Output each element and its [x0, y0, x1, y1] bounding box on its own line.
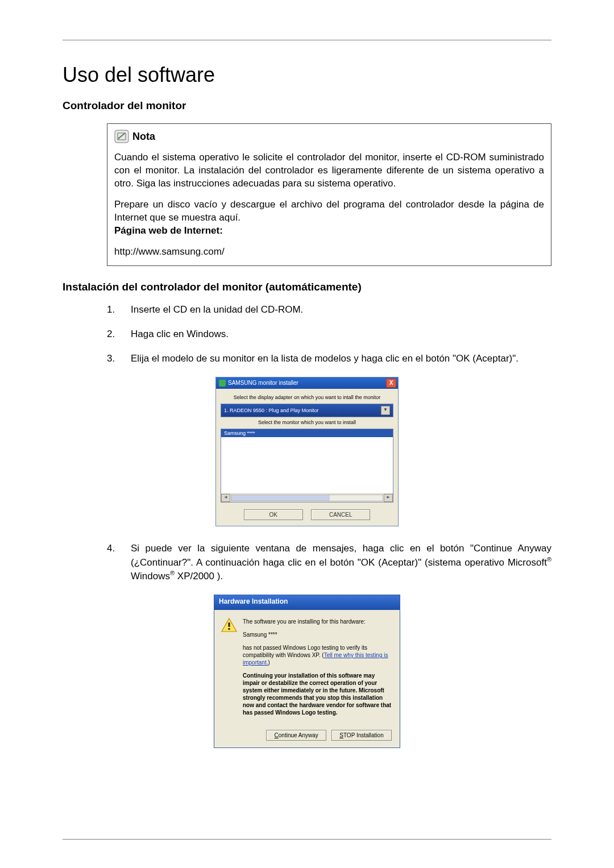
section-heading-instalacion: Instalación del controlador del monitor …	[63, 281, 551, 293]
svg-point-3	[228, 628, 230, 630]
installer-title: SAMSUNG monitor installer	[228, 380, 386, 386]
hw-line-1: The software you are installing for this…	[243, 618, 392, 625]
step-number: 2.	[107, 328, 119, 341]
adapter-dropdown-label: 1. RADEON 9550 : Plug and Play Monitor	[224, 408, 381, 413]
step-number: 4.	[107, 542, 119, 583]
horizontal-scrollbar[interactable]: ◄ ►	[221, 493, 393, 502]
chevron-down-icon[interactable]: ▼	[381, 406, 390, 415]
hw-dialog-title: Hardware Installation	[214, 595, 400, 610]
note-paragraph-1: Cuando el sistema operativo le solicite …	[114, 151, 544, 190]
svg-point-1	[118, 138, 120, 139]
close-icon[interactable]: X	[386, 379, 396, 388]
section-heading-controlador: Controlador del monitor	[63, 99, 551, 112]
monitor-listbox[interactable]: Samsung **** ◄ ►	[221, 429, 393, 502]
step-text-2: Haga clic en Windows.	[131, 328, 229, 341]
hw-line-2: has not passed Windows Logo testing to v…	[243, 644, 392, 666]
bottom-separator	[63, 839, 551, 840]
top-separator	[63, 40, 551, 40]
continue-anyway-button[interactable]: Continue Anyway	[266, 730, 326, 741]
note-paragraph-2: Prepare un disco vacío y descargue el ar…	[114, 198, 544, 238]
scroll-track[interactable]	[231, 495, 383, 501]
installer-instruction-2: Select the monitor which you want to ins…	[221, 420, 393, 425]
step-text-1: Inserte el CD en la unidad del CD-ROM.	[131, 304, 303, 317]
monitor-list-item-selected[interactable]: Samsung ****	[221, 429, 393, 437]
hw-warning-paragraph: Continuing your installation of this sof…	[243, 672, 392, 716]
note-icon	[114, 130, 129, 143]
page-title: Uso del software	[63, 63, 551, 87]
adapter-dropdown[interactable]: 1. RADEON 9550 : Plug and Play Monitor ▼	[221, 404, 393, 417]
note-label: Nota	[132, 130, 155, 143]
installer-dialog: SAMSUNG monitor installer X Select the d…	[215, 377, 399, 526]
scroll-left-icon[interactable]: ◄	[221, 494, 230, 502]
step-number: 3.	[107, 352, 119, 366]
svg-rect-2	[228, 622, 230, 627]
step-text-3: Elija el modelo de su monitor en la list…	[131, 352, 518, 366]
stop-installation-button[interactable]: STOP Installation	[331, 730, 392, 741]
installer-titlebar: SAMSUNG monitor installer X	[216, 377, 398, 389]
installer-app-icon	[219, 380, 226, 387]
note-web-label: Página web de Internet:	[114, 225, 223, 236]
scroll-right-icon[interactable]: ►	[384, 494, 393, 502]
hardware-installation-dialog: Hardware Installation The software you a…	[214, 595, 400, 748]
warning-icon	[221, 618, 237, 633]
ok-button[interactable]: OK	[244, 509, 303, 520]
note-box: Nota Cuando el sistema operativo le soli…	[107, 123, 551, 266]
step-number: 1.	[107, 304, 119, 317]
hw-device: Samsung ****	[243, 631, 392, 638]
note-url: http://www.samsung.com/	[114, 246, 225, 257]
cancel-button[interactable]: CANCEL	[311, 509, 370, 520]
step-text-4: Si puede ver la siguiente ventana de men…	[131, 542, 551, 583]
installer-instruction-1: Select the display adapter on which you …	[221, 394, 393, 400]
